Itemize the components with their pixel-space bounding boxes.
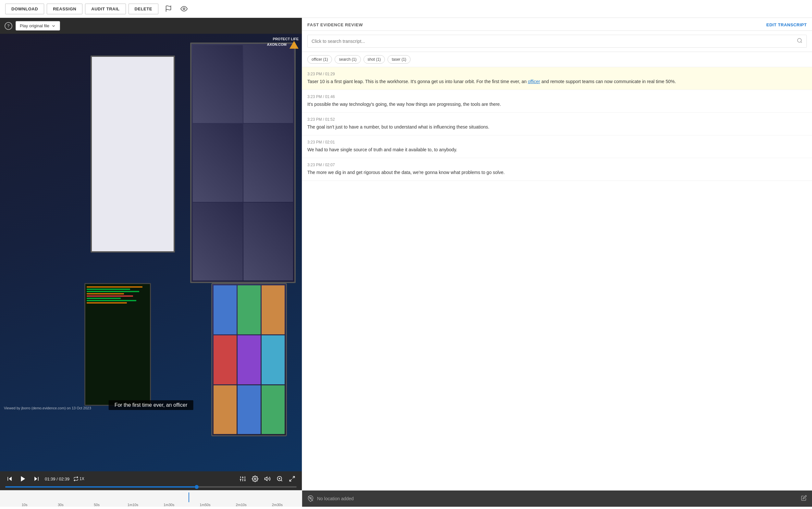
delete-button[interactable]: DELETE [129, 4, 158, 14]
transcript-time-2: 3:23 PM / 01:52 [307, 117, 807, 122]
toolbar: DOWNLOAD REASSIGN AUDIT TRAIL DELETE [0, 0, 812, 18]
search-icon [797, 38, 803, 45]
settings-tune-button[interactable] [238, 474, 247, 483]
loop-icon [73, 476, 78, 481]
play-button[interactable] [18, 474, 28, 484]
tune-icon [240, 476, 246, 482]
transcript-time-4: 3:23 PM / 02:07 [307, 163, 807, 167]
current-time: 01:39 [45, 477, 56, 481]
subtitle-bar: For the first time ever, an officer [109, 400, 193, 410]
edit-transcript-link[interactable]: EDIT TRANSCRIPT [766, 23, 807, 27]
zoom-icon [277, 476, 283, 482]
tablet-screen [211, 283, 287, 436]
svg-line-23 [290, 479, 292, 481]
fast-evidence-review-title: FAST EVIDENCE REVIEW [307, 23, 363, 27]
timeline-label-4: 1m30s [151, 503, 187, 507]
help-icon[interactable]: ? [5, 22, 12, 30]
transcript-entry-3[interactable]: 3:23 PM / 02:01 We had to have single so… [302, 135, 812, 158]
flag-icon [165, 5, 172, 12]
step-forward-icon [33, 476, 40, 482]
main-layout: ? Play original file [0, 18, 812, 507]
timeline-label-2: 50s [79, 503, 115, 507]
timeline-label-0: 10s [6, 503, 42, 507]
laptop-screen [84, 283, 151, 405]
play-original-button[interactable]: Play original file [15, 21, 60, 31]
transcript-highlight-officer[interactable]: officer [528, 79, 540, 84]
fullscreen-icon [289, 476, 295, 482]
timeline-area[interactable]: 10s 30s 50s 1m10s 1m30s 1m50s 2m10s 2m30… [0, 490, 302, 507]
visibility-button[interactable] [178, 3, 189, 14]
audit-trail-button[interactable]: AUDIT TRAIL [85, 4, 126, 14]
timeline-label-6: 2m10s [223, 503, 259, 507]
skip-back-icon [6, 476, 13, 482]
tags-area: officer (1) search (1) shot (1) taser (1… [302, 52, 812, 67]
timeline-labels: 10s 30s 50s 1m10s 1m30s 1m50s 2m10s 2m30… [0, 503, 302, 507]
pencil-icon [801, 495, 807, 501]
zoom-button[interactable] [275, 474, 284, 483]
tag-chip-shot[interactable]: shot (1) [363, 55, 385, 64]
timeline-track [6, 493, 295, 502]
gear-button[interactable] [251, 474, 260, 483]
location-content: No location added [307, 496, 354, 502]
axon-watermark: PROTECT LIFE AXON.COM [267, 37, 298, 49]
transcript-entry-4[interactable]: 3:23 PM / 02:07 The more we dig in and g… [302, 158, 812, 181]
flag-button[interactable] [163, 3, 174, 14]
time-display: 01:39 / 02:39 [45, 477, 69, 481]
search-input[interactable] [312, 39, 794, 44]
tag-chip-taser[interactable]: taser (1) [388, 55, 411, 64]
eye-icon [180, 5, 187, 12]
step-forward-button[interactable] [32, 474, 41, 483]
sidebar-header: FAST EVIDENCE REVIEW EDIT TRANSCRIPT [302, 18, 812, 31]
chevron-down-icon [51, 24, 56, 28]
svg-point-1 [183, 8, 185, 10]
tag-chip-officer[interactable]: officer (1) [307, 55, 332, 64]
progress-bar[interactable] [5, 486, 296, 487]
skip-back-button[interactable] [5, 474, 14, 483]
fullscreen-button[interactable] [287, 474, 296, 483]
reassign-button[interactable]: REASSIGN [47, 4, 82, 14]
total-time: 02:39 [59, 477, 69, 481]
transcript-text-2: The goal isn't just to have a number, bu… [307, 124, 807, 131]
location-edit-button[interactable] [801, 495, 807, 502]
video-panel: ? Play original file [0, 18, 302, 507]
svg-point-24 [798, 38, 801, 42]
svg-marker-2 [9, 477, 12, 481]
location-pin-icon [307, 496, 314, 502]
gear-icon [252, 476, 258, 482]
transcript-text-1: It's possible the way technology's going… [307, 101, 807, 108]
volume-button[interactable] [263, 474, 272, 483]
transcript-time-0: 3:23 PM / 01:29 [307, 72, 807, 76]
svg-marker-5 [34, 477, 37, 481]
transcript-time-3: 3:23 PM / 02:01 [307, 140, 807, 144]
transcript-text-3: We had to have single source of truth an… [307, 146, 807, 153]
monitor-right [190, 42, 296, 283]
tag-chip-search[interactable]: search (1) [334, 55, 360, 64]
search-input-wrap[interactable] [307, 35, 807, 48]
monitor-left [91, 56, 175, 252]
timeline-playhead [188, 493, 189, 502]
timeline-label-3: 1m10s [115, 503, 151, 507]
transcript-list[interactable]: 3:23 PM / 01:29 Taser 10 is a first gian… [302, 67, 812, 490]
volume-icon [264, 476, 271, 482]
progress-thumb [195, 485, 199, 489]
transcript-text-0: Taser 10 is a first giant leap. This is … [307, 78, 807, 85]
transcript-entry-1[interactable]: 3:23 PM / 01:46 It's possible the way te… [302, 90, 812, 113]
play-original-label: Play original file [20, 23, 49, 28]
timeline-label-1: 30s [42, 503, 78, 507]
transcript-entry-2[interactable]: 3:23 PM / 01:52 The goal isn't just to h… [302, 113, 812, 135]
progress-fill [5, 486, 195, 487]
video-controls: 01:39 / 02:39 1X [0, 471, 302, 490]
transcript-entry-0[interactable]: 3:23 PM / 01:29 Taser 10 is a first gian… [302, 67, 812, 90]
video-frame: PROTECT LIFE AXON.COM Viewed by jborro (… [0, 34, 302, 471]
timeline-label-5: 1m50s [187, 503, 223, 507]
download-button[interactable]: DOWNLOAD [5, 4, 44, 14]
svg-line-22 [293, 477, 295, 478]
location-text: No location added [317, 496, 354, 501]
search-area [302, 31, 812, 52]
video-scene: PROTECT LIFE AXON.COM Viewed by jborro (… [0, 34, 302, 471]
transcript-time-1: 3:23 PM / 01:46 [307, 95, 807, 99]
location-bar: No location added [302, 490, 812, 507]
transcript-text-4: The more we dig in and get rigorous abou… [307, 169, 807, 176]
video-area[interactable]: PROTECT LIFE AXON.COM Viewed by jborro (… [0, 34, 302, 471]
svg-marker-4 [21, 476, 25, 482]
